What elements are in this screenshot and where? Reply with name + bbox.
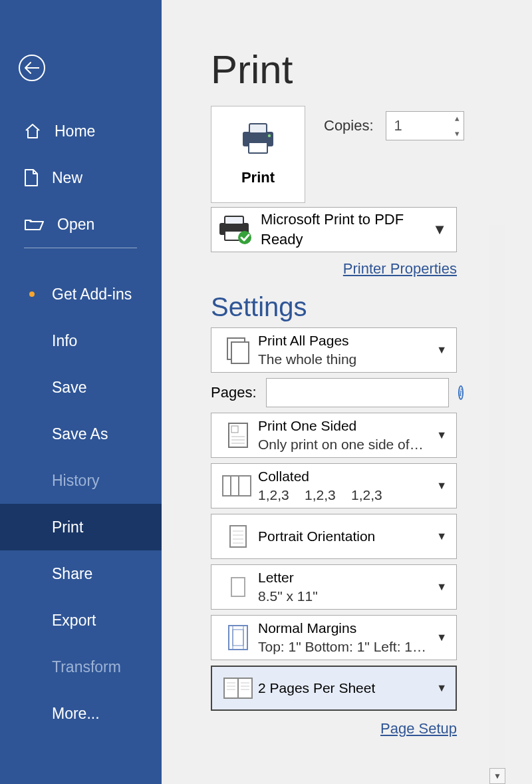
sidebar-item-label: Export — [52, 612, 96, 630]
sidebar-item-label: Open — [57, 216, 94, 234]
folder-open-icon — [24, 216, 44, 232]
print-panel: Print Print Copies: ▴ ▾ — [162, 0, 532, 784]
pages-input[interactable] — [266, 378, 449, 407]
chevron-down-icon: ▼ — [436, 429, 447, 441]
scrollbar-track[interactable] — [489, 225, 505, 768]
svg-rect-2 — [249, 142, 267, 153]
setting-title: Portrait Orientation — [258, 527, 375, 546]
margins-icon — [227, 624, 249, 652]
setting-subtitle: Top: 1" Bottom: 1" Left: 1… — [258, 638, 426, 656]
setting-title: 2 Pages Per Sheet — [258, 679, 375, 697]
svg-rect-5 — [225, 216, 243, 224]
print-button-label: Print — [241, 169, 275, 186]
chevron-down-icon: ▼ — [436, 682, 447, 694]
sidebar-item-history: History — [0, 457, 162, 504]
new-doc-icon — [24, 168, 39, 187]
setting-subtitle: 1,2,3 1,2,3 1,2,3 — [258, 486, 382, 504]
printer-icon — [239, 122, 277, 154]
setting-sides[interactable]: Print One Sided Only print on one side o… — [211, 413, 457, 458]
svg-rect-17 — [239, 476, 251, 496]
sidebar-item-label: Print — [52, 518, 83, 536]
sidebar-item-label: New — [52, 169, 82, 187]
svg-rect-9 — [231, 342, 249, 363]
chevron-down-icon: ▼ — [436, 530, 447, 542]
pages-stack-icon — [225, 335, 251, 365]
print-button[interactable]: Print — [211, 106, 305, 203]
printer-ready-icon — [217, 215, 254, 244]
backstage-sidebar: Home New Open Get Add-ins Info Save Save… — [0, 0, 162, 784]
paper-icon — [227, 574, 249, 600]
setting-orientation[interactable]: Portrait Orientation ▼ — [211, 514, 457, 559]
svg-rect-23 — [231, 578, 245, 596]
sidebar-item-new[interactable]: New — [0, 154, 162, 201]
sidebar-item-export[interactable]: Export — [0, 597, 162, 644]
printer-name: Microsoft Print to PDF — [261, 210, 404, 230]
setting-title: Normal Margins — [258, 619, 426, 638]
setting-title: Print All Pages — [258, 331, 356, 350]
chevron-down-icon: ▼ — [436, 480, 447, 492]
sidebar-item-label: More... — [52, 705, 100, 723]
sidebar-item-more[interactable]: More... — [0, 690, 162, 737]
chevron-down-icon: ▼ — [436, 344, 447, 356]
printer-properties-link[interactable]: Printer Properties — [343, 260, 457, 277]
sidebar-item-label: Save — [52, 379, 86, 397]
scroll-down-button[interactable]: ▼ — [489, 768, 505, 784]
printer-status: Ready — [261, 230, 404, 250]
setting-subtitle: 8.5" x 11" — [258, 587, 318, 606]
sidebar-item-save-as[interactable]: Save As — [0, 411, 162, 457]
setting-subtitle: Only print on one side of… — [258, 435, 424, 454]
chevron-down-icon: ▼ — [436, 581, 447, 593]
info-icon[interactable]: i — [458, 385, 464, 400]
svg-rect-24 — [229, 626, 247, 650]
copies-label: Copies: — [324, 117, 374, 134]
back-button[interactable] — [19, 55, 45, 81]
sidebar-item-label: Get Add-ins — [52, 286, 132, 303]
sidebar-item-share[interactable]: Share — [0, 550, 162, 597]
page-setup-link[interactable]: Page Setup — [380, 720, 457, 737]
sidebar-item-save[interactable]: Save — [0, 364, 162, 411]
page-title: Print — [211, 47, 532, 93]
sidebar-item-label: Transform — [52, 658, 121, 676]
sidebar-item-label: Share — [52, 565, 92, 583]
svg-point-7 — [238, 231, 251, 244]
spin-up-icon[interactable]: ▴ — [455, 113, 460, 123]
two-pages-icon — [223, 676, 253, 700]
home-icon — [24, 123, 41, 139]
chevron-down-icon: ▼ — [436, 632, 447, 644]
one-sided-icon — [226, 421, 250, 450]
sidebar-item-home[interactable]: Home — [0, 108, 162, 154]
setting-margins[interactable]: Normal Margins Top: 1" Bottom: 1" Left: … — [211, 615, 457, 660]
sidebar-item-label: Info — [52, 332, 77, 350]
chevron-down-icon: ▼ — [432, 221, 447, 238]
portrait-icon — [227, 523, 249, 550]
svg-rect-18 — [230, 526, 246, 547]
copies-input[interactable] — [386, 117, 441, 134]
svg-rect-1 — [249, 124, 267, 133]
sidebar-item-get-addins[interactable]: Get Add-ins — [0, 271, 162, 317]
setting-title: Letter — [258, 568, 318, 587]
spin-down-icon[interactable]: ▾ — [455, 128, 460, 138]
sidebar-item-label: History — [52, 472, 100, 490]
sidebar-item-info[interactable]: Info — [0, 317, 162, 364]
sidebar-item-print[interactable]: Print — [0, 504, 162, 550]
settings-header: Settings — [211, 292, 532, 322]
sidebar-item-label: Save As — [52, 425, 108, 443]
setting-collate[interactable]: Collated 1,2,3 1,2,3 1,2,3 ▼ — [211, 463, 457, 508]
pages-label: Pages: — [211, 384, 257, 401]
setting-title: Print One Sided — [258, 417, 424, 435]
sidebar-item-label: Home — [55, 122, 95, 140]
setting-print-scope[interactable]: Print All Pages The whole thing ▼ — [211, 327, 457, 373]
sidebar-item-transform: Transform — [0, 644, 162, 690]
setting-subtitle: The whole thing — [258, 350, 356, 369]
setting-title: Collated — [258, 467, 382, 486]
copies-spinner[interactable]: ▴ ▾ — [386, 111, 464, 140]
setting-paper-size[interactable]: Letter 8.5" x 11" ▼ — [211, 564, 457, 610]
svg-point-3 — [268, 134, 271, 137]
collated-icon — [221, 472, 255, 500]
printer-dropdown[interactable]: Microsoft Print to PDF Ready ▼ — [211, 207, 457, 252]
setting-pages-per-sheet[interactable]: 2 Pages Per Sheet ▼ — [211, 666, 457, 711]
arrow-left-icon — [25, 62, 39, 74]
sidebar-item-open[interactable]: Open — [0, 201, 162, 248]
